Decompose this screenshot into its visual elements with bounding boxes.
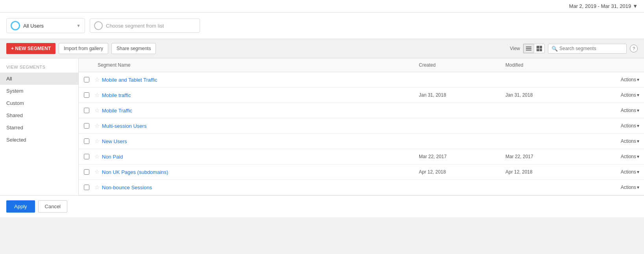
view-label: View <box>510 46 520 51</box>
table-row: ☆ Multi-session Users Actions ▾ <box>79 118 644 134</box>
empty-circle-icon <box>94 21 103 30</box>
modified-cell-7: Apr 12, 2018 <box>502 169 589 175</box>
date-range-chevron[interactable]: ▼ <box>633 3 638 9</box>
checkbox-3[interactable] <box>84 108 89 113</box>
table-header: Segment Name Created Modified <box>79 58 644 72</box>
share-segments-button[interactable]: Share segments <box>111 43 156 54</box>
row-checkbox-3[interactable] <box>79 108 94 113</box>
segment-name-cell-6[interactable]: ☆ Non Paid <box>94 153 416 160</box>
actions-button-5[interactable]: Actions ▾ <box>621 138 639 144</box>
table-row: ☆ Non UK Pages (subdomains) Apr 12, 2018… <box>79 164 644 180</box>
created-cell-6: Mar 22, 2017 <box>416 154 502 159</box>
star-icon-2[interactable]: ☆ <box>94 92 100 99</box>
actions-cell-7: Actions ▾ <box>589 169 644 175</box>
segment-name-cell-7[interactable]: ☆ Non UK Pages (subdomains) <box>94 168 416 176</box>
grid-view-icon <box>537 46 542 51</box>
sidebar: VIEW SEGMENTS All System Custom Shared S… <box>0 58 79 195</box>
actions-cell-2: Actions ▾ <box>589 92 644 98</box>
star-icon-6[interactable]: ☆ <box>94 153 100 160</box>
actions-button-4[interactable]: Actions ▾ <box>621 123 639 129</box>
actions-button-1[interactable]: Actions ▾ <box>621 77 639 82</box>
toolbar-right: View 🔍 ? <box>510 44 638 54</box>
list-view-button[interactable] <box>523 44 534 53</box>
search-input[interactable] <box>559 46 623 51</box>
actions-button-6[interactable]: Actions ▾ <box>621 154 639 159</box>
view-toggle-group <box>523 44 545 53</box>
row-checkbox-5[interactable] <box>79 138 94 144</box>
checkbox-8[interactable] <box>84 185 89 190</box>
actions-button-3[interactable]: Actions ▾ <box>621 108 639 113</box>
segment-name-cell-8[interactable]: ☆ Non-bounce Sessions <box>94 184 416 191</box>
header-checkbox-col <box>79 62 94 68</box>
empty-segment-chip[interactable]: Choose segment from list <box>90 19 200 33</box>
search-icon: 🔍 <box>551 46 558 52</box>
segment-name-cell-3[interactable]: ☆ Mobile Traffic <box>94 107 416 114</box>
segment-name-cell-1[interactable]: ☆ Mobile and Tablet Traffic <box>94 76 416 83</box>
actions-button-2[interactable]: Actions ▾ <box>621 92 639 98</box>
actions-chevron-2: ▾ <box>637 92 639 98</box>
segment-name-6: Non Paid <box>102 154 123 160</box>
selected-segment-label: All Users <box>23 23 73 29</box>
sidebar-item-selected[interactable]: Selected <box>0 134 78 146</box>
actions-cell-1: Actions ▾ <box>589 77 644 82</box>
main-panel: + NEW SEGMENT Import from gallery Share … <box>0 39 644 195</box>
new-segment-button[interactable]: + NEW SEGMENT <box>6 43 56 54</box>
segment-name-3: Mobile Traffic <box>102 108 132 114</box>
actions-button-7[interactable]: Actions ▾ <box>621 169 639 175</box>
grid-view-button[interactable] <box>534 44 545 53</box>
actions-chevron-3: ▾ <box>637 108 639 113</box>
header-created: Created <box>416 62 502 68</box>
actions-cell-4: Actions ▾ <box>589 123 644 129</box>
row-checkbox-6[interactable] <box>79 154 94 159</box>
selected-segment-chip[interactable]: All Users ▼ <box>6 18 85 33</box>
help-button[interactable]: ? <box>630 45 638 52</box>
star-icon-8[interactable]: ☆ <box>94 184 100 191</box>
created-cell-2: Jan 31, 2018 <box>416 92 502 98</box>
checkbox-2[interactable] <box>84 92 89 98</box>
segment-name-1: Mobile and Tablet Traffic <box>102 77 157 83</box>
segment-name-7: Non UK Pages (subdomains) <box>102 169 168 175</box>
checkbox-5[interactable] <box>84 138 89 144</box>
segment-name-cell-4[interactable]: ☆ Multi-session Users <box>94 122 416 129</box>
row-checkbox-8[interactable] <box>79 185 94 190</box>
sidebar-item-all[interactable]: All <box>0 73 78 85</box>
checkbox-1[interactable] <box>84 77 89 82</box>
table-row: ☆ Non-bounce Sessions Actions ▾ <box>79 180 644 195</box>
cancel-button[interactable]: Cancel <box>38 200 67 213</box>
segment-name-cell-5[interactable]: ☆ New Users <box>94 138 416 145</box>
header-actions <box>589 62 644 68</box>
table-row: ☆ Mobile and Tablet Traffic Actions ▾ <box>79 72 644 88</box>
content-area: VIEW SEGMENTS All System Custom Shared S… <box>0 58 644 195</box>
actions-button-8[interactable]: Actions ▾ <box>621 185 639 190</box>
actions-chevron-6: ▾ <box>637 154 639 159</box>
created-cell-7: Apr 12, 2018 <box>416 169 502 175</box>
checkbox-6[interactable] <box>84 154 89 159</box>
segment-chip-chevron: ▼ <box>76 23 81 28</box>
checkbox-7[interactable] <box>84 169 89 175</box>
import-from-gallery-button[interactable]: Import from gallery <box>59 43 108 54</box>
sidebar-item-system[interactable]: System <box>0 85 78 97</box>
table-row: ☆ Mobile traffic Jan 31, 2018 Jan 31, 20… <box>79 88 644 103</box>
modified-cell-2: Jan 31, 2018 <box>502 92 589 98</box>
sidebar-item-shared[interactable]: Shared <box>0 109 78 121</box>
star-icon-7[interactable]: ☆ <box>94 168 100 176</box>
row-checkbox-4[interactable] <box>79 123 94 129</box>
apply-button[interactable]: Apply <box>6 200 35 213</box>
table-area: Segment Name Created Modified ☆ Mobile a… <box>79 58 644 195</box>
sidebar-item-starred[interactable]: Starred <box>0 121 78 134</box>
checkbox-4[interactable] <box>84 123 89 129</box>
row-checkbox-1[interactable] <box>79 77 94 82</box>
row-checkbox-2[interactable] <box>79 92 94 98</box>
segment-name-8: Non-bounce Sessions <box>102 185 152 190</box>
star-icon-1[interactable]: ☆ <box>94 76 100 83</box>
star-icon-4[interactable]: ☆ <box>94 122 100 129</box>
actions-cell-6: Actions ▾ <box>589 154 644 159</box>
actions-chevron-1: ▾ <box>637 77 639 82</box>
star-icon-3[interactable]: ☆ <box>94 107 100 114</box>
segment-name-cell-2[interactable]: ☆ Mobile traffic <box>94 92 416 99</box>
sidebar-item-custom[interactable]: Custom <box>0 97 78 109</box>
star-icon-5[interactable]: ☆ <box>94 138 100 145</box>
segment-name-2: Mobile traffic <box>102 92 131 98</box>
table-row: ☆ Non Paid Mar 22, 2017 Mar 22, 2017 Act… <box>79 149 644 164</box>
row-checkbox-7[interactable] <box>79 169 94 175</box>
